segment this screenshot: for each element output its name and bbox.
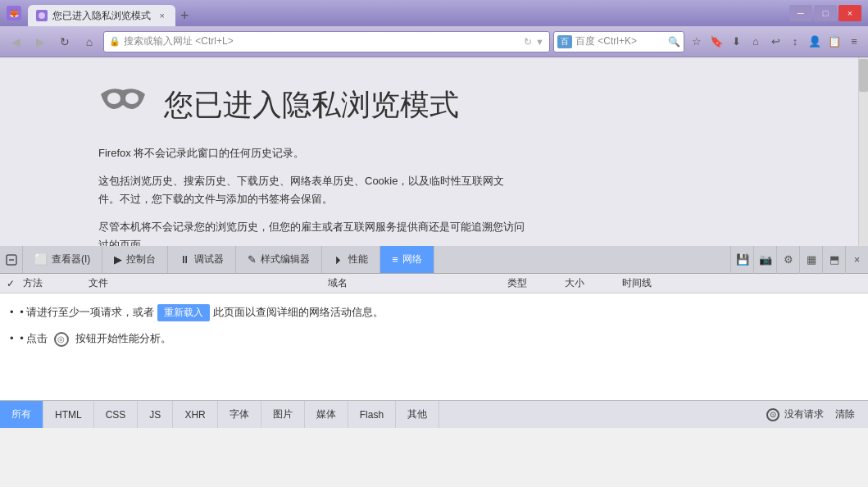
sync-icon[interactable]: ↕ xyxy=(786,33,804,51)
close-btn[interactable]: × xyxy=(838,5,861,21)
devtools-line2-suffix: 按钮开始性能分析。 xyxy=(75,332,171,344)
private-body: Firefox 将不会记录此窗口的任何历史记录。 这包括浏览历史、搜索历史、下载… xyxy=(98,144,835,246)
back-forward-icon[interactable]: ↩ xyxy=(766,33,784,51)
col-domain[interactable]: 域名 xyxy=(328,276,507,290)
screen-icon[interactable]: 📋 xyxy=(825,33,843,51)
no-request-status: ⊙ 没有请求 xyxy=(766,407,824,421)
window-controls: ─ □ × xyxy=(789,5,861,21)
download-icon[interactable]: ⬇ xyxy=(727,33,745,51)
no-request-label: 没有请求 xyxy=(784,407,824,421)
scrollbar-thumb[interactable] xyxy=(859,59,868,92)
clear-btn[interactable]: 清除 xyxy=(832,407,858,421)
active-tab[interactable]: 您已进入隐私浏览模式 × xyxy=(28,5,175,26)
tab-network[interactable]: ≡ 网络 xyxy=(380,246,434,273)
tab-performance[interactable]: ⏵ 性能 xyxy=(322,246,380,273)
devtools-columns: ✓ 方法 文件 域名 类型 大小 时间线 xyxy=(0,274,868,294)
col-size[interactable]: 大小 xyxy=(565,276,622,290)
devtools-pin-btn[interactable] xyxy=(0,246,23,273)
menu-icon[interactable]: ≡ xyxy=(845,33,863,51)
address-bar[interactable]: 🔒 搜索或输入网址 <Ctrl+L> ↻ ▼ xyxy=(103,31,550,52)
maximize-btn[interactable]: □ xyxy=(814,5,837,21)
inspector-icon: ⬜ xyxy=(34,253,48,266)
titlebar: 🦊 您已进入隐私浏览模式 × + ─ □ × xyxy=(0,0,868,26)
devtools-screenshot-btn[interactable]: 📷 xyxy=(753,246,776,274)
performance-icon: ⏵ xyxy=(334,253,344,266)
col-method[interactable]: 方法 xyxy=(23,276,89,290)
browser-icon: 🦊 xyxy=(7,6,21,20)
filter-html[interactable]: HTML xyxy=(43,401,94,428)
devtools-close-btn[interactable]: × xyxy=(845,246,868,274)
new-tab-btn[interactable]: + xyxy=(175,6,194,26)
filter-all[interactable]: 所有 xyxy=(0,401,43,428)
network-label: 网络 xyxy=(402,253,422,266)
bullet-2: • xyxy=(10,332,14,344)
private-p3: 尽管本机将不会记录您的浏览历史，但您的雇主或者互联网服务提供商还是可能追溯您访问… xyxy=(98,218,525,246)
bookmark-star-icon[interactable]: ☆ xyxy=(688,33,706,51)
home-btn[interactable]: ⌂ xyxy=(79,31,100,52)
console-label: 控制台 xyxy=(126,253,156,266)
filter-xhr[interactable]: XHR xyxy=(173,401,217,428)
bullet-1: • xyxy=(10,306,14,318)
address-dropdown-icon[interactable]: ▼ xyxy=(535,37,544,47)
search-icon: 🔍 xyxy=(668,36,680,48)
col-timeline[interactable]: 时间线 xyxy=(622,276,861,290)
devtools-right-controls: 💾 📷 ⚙ ▦ ⬒ × xyxy=(730,246,868,273)
scrollbar-track[interactable] xyxy=(858,57,868,246)
tab-style-editor[interactable]: ✎ 样式编辑器 xyxy=(236,246,322,273)
filter-other[interactable]: 其他 xyxy=(396,401,439,428)
performance-label: 性能 xyxy=(348,253,368,266)
filter-bar: 所有 HTML CSS JS XHR 字体 图片 媒体 Flash 其他 ⊙ 没… xyxy=(0,400,868,428)
search-text: 百度 <Ctrl+K> xyxy=(575,34,665,48)
svg-point-0 xyxy=(107,93,120,104)
console-icon: ▶ xyxy=(114,253,122,266)
minimize-btn[interactable]: ─ xyxy=(789,5,812,21)
home-icon[interactable]: ⌂ xyxy=(747,33,765,51)
devtools-undock-btn[interactable]: ⬒ xyxy=(822,246,845,274)
private-p2: 这包括浏览历史、搜索历史、下载历史、网络表单历史、Cookie，以及临时性互联网… xyxy=(98,172,525,208)
bookmark-mgr-icon[interactable]: 🔖 xyxy=(707,33,725,51)
filter-js[interactable]: JS xyxy=(138,401,173,428)
address-refresh-icon: ↻ xyxy=(524,36,532,48)
profile-icon[interactable]: 👤 xyxy=(806,33,824,51)
network-icon: ≡ xyxy=(392,253,398,266)
filter-media[interactable]: 媒体 xyxy=(305,401,348,428)
devtools-settings-btn[interactable]: ⚙ xyxy=(776,246,799,274)
mask-icon xyxy=(98,82,148,128)
devtools-save-btn[interactable]: 💾 xyxy=(730,246,753,274)
col-type[interactable]: 类型 xyxy=(507,276,565,290)
col-check: ✓ xyxy=(7,278,23,289)
filter-font[interactable]: 字体 xyxy=(218,401,261,428)
inspector-label: 查看器(I) xyxy=(52,253,90,266)
col-file[interactable]: 文件 xyxy=(89,276,328,290)
browser-content: 您已进入隐私浏览模式 Firefox 将不会记录此窗口的任何历史记录。 这包括浏… xyxy=(0,57,868,246)
back-btn[interactable]: ◀ xyxy=(5,31,26,52)
devtools-line1-suffix: 此页面以查阅详细的网络活动信息。 xyxy=(213,306,384,318)
debugger-icon: ⏸ xyxy=(180,253,190,266)
filter-image[interactable]: 图片 xyxy=(261,401,305,428)
style-editor-label: 样式编辑器 xyxy=(261,253,310,266)
devtools-sidebar-btn[interactable]: ▦ xyxy=(799,246,822,274)
style-editor-icon: ✎ xyxy=(248,253,257,266)
no-request-icon: ⊙ xyxy=(766,408,779,421)
devtools-tabbar: ⬜ 查看器(I) ▶ 控制台 ⏸ 调试器 ✎ 样式编辑器 ⏵ 性能 ≡ 网络 💾… xyxy=(0,246,868,274)
tab-area: 您已进入隐私浏览模式 × + xyxy=(28,0,779,26)
toolbar-right-icons: ☆ 🔖 ⬇ ⌂ ↩ ↕ 👤 📋 ≡ xyxy=(688,33,863,51)
tab-close-btn[interactable]: × xyxy=(157,10,167,21)
tab-debugger[interactable]: ⏸ 调试器 xyxy=(168,246,236,273)
tab-console[interactable]: ▶ 控制台 xyxy=(102,246,168,273)
tab-inspector[interactable]: ⬜ 查看器(I) xyxy=(23,246,102,273)
filter-flash[interactable]: Flash xyxy=(348,401,396,428)
filter-bar-right: ⊙ 没有请求 清除 xyxy=(757,407,868,421)
devtools-body: • • 请进行至少一项请求，或者 重新载入 此页面以查阅详细的网络活动信息。 •… xyxy=(0,294,868,400)
address-lock-icon: 🔒 xyxy=(109,36,120,47)
devtools-line1: • • 请进行至少一项请求，或者 重新载入 此页面以查阅详细的网络活动信息。 xyxy=(10,302,858,323)
forward-btn[interactable]: ▶ xyxy=(30,31,51,52)
devtools-line2-prefix: • 点击 xyxy=(20,332,48,344)
filter-css[interactable]: CSS xyxy=(94,401,139,428)
refresh-btn[interactable]: ↻ xyxy=(54,31,75,52)
devtools-line1-prefix: • 请进行至少一项请求，或者 xyxy=(20,306,154,318)
reload-btn[interactable]: 重新载入 xyxy=(157,304,210,321)
perf-circle-icon: ◎ xyxy=(54,332,69,347)
search-bar[interactable]: 百 百度 <Ctrl+K> 🔍 xyxy=(553,31,684,52)
tab-favicon xyxy=(36,10,48,21)
